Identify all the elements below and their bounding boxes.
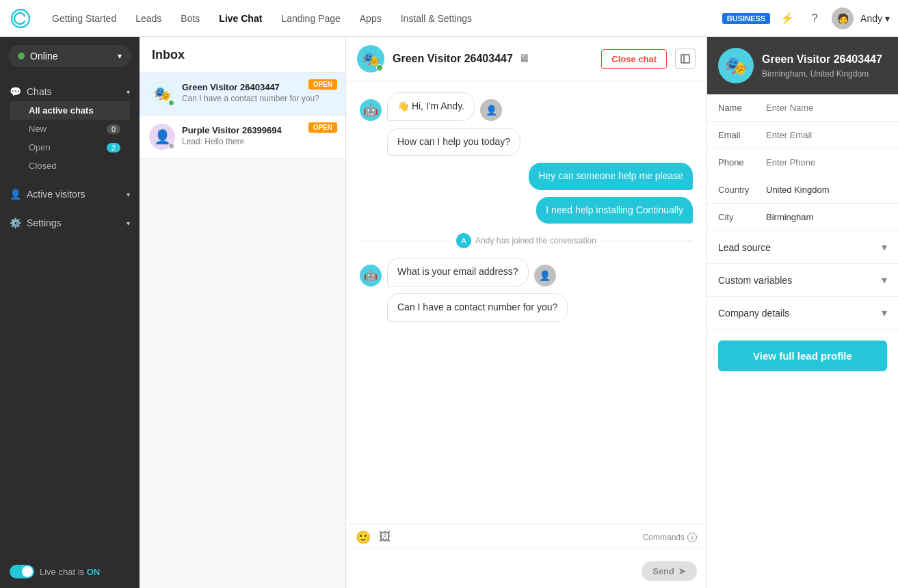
all-active-label: All active chats	[29, 105, 94, 116]
all-active-chats-item[interactable]: All active chats	[10, 101, 130, 120]
nav-bots[interactable]: Bots	[172, 9, 208, 28]
settings-header[interactable]: ⚙️ Settings ▾	[10, 213, 130, 232]
user-chevron-icon: ▾	[885, 13, 890, 24]
user-name[interactable]: Andy ▾	[860, 13, 890, 24]
email-input[interactable]	[766, 130, 887, 140]
nav-apps[interactable]: Apps	[352, 9, 390, 28]
phone-field-row: Phone	[707, 149, 898, 176]
monitor-icon: 🖥	[518, 53, 529, 65]
visitors-arrow-icon: ▾	[127, 191, 130, 198]
send-arrow-icon: ➤	[678, 566, 686, 576]
nav-new-item[interactable]: New 0	[10, 120, 130, 138]
settings-section: ⚙️ Settings ▾	[0, 206, 140, 235]
lead-fields: Name Email Phone Country United Kingdom …	[707, 94, 898, 231]
inbox-header: Inbox	[140, 37, 345, 72]
chat-avatar-1: 🎭	[149, 81, 175, 107]
chat-header: 🎭 Green Visitor 26403447 🖥 Close chat	[346, 37, 706, 81]
commands-info-icon: i	[687, 533, 697, 542]
active-visitors-header[interactable]: 👤 Active visitors ▾	[10, 185, 130, 204]
chat-preview-1: Can I have a contact number for you?	[182, 94, 336, 103]
custom-variables-chevron-icon: ▾	[882, 273, 887, 286]
image-icon[interactable]: 🖼	[379, 530, 391, 545]
input-icons: 🙂 🖼	[356, 530, 391, 545]
message-bubble-7: Can I have a contact number for you?	[387, 293, 568, 322]
nav-install-settings[interactable]: Install & Settings	[393, 9, 480, 28]
live-chat-on-value: ON	[87, 567, 101, 577]
online-chevron-icon: ▾	[118, 51, 122, 61]
main-layout: Online ▾ 💬 Chats ▾ All active chats New …	[0, 37, 898, 588]
message-row-3: Hey can someone help me please	[360, 163, 693, 190]
nav-links: Getting Started Leads Bots Live Chat Lan…	[44, 9, 722, 28]
inbox-title: Inbox	[152, 48, 185, 62]
nav-getting-started[interactable]: Getting Started	[44, 9, 124, 28]
andy-avatar-6: 👤	[534, 265, 556, 286]
settings-arrow-icon: ▾	[127, 219, 130, 227]
system-avatar: A	[456, 233, 471, 248]
lead-source-chevron-icon: ▾	[882, 241, 887, 254]
nav-landing-page[interactable]: Landing Page	[273, 9, 348, 28]
nav-open-item[interactable]: Open 2	[10, 138, 130, 157]
system-message-1: A Andy has joined the conversation	[360, 230, 693, 251]
close-chat-button[interactable]: Close chat	[601, 49, 667, 69]
input-field-row: Send ➤	[346, 548, 706, 588]
name-field: Name	[707, 94, 898, 122]
active-visitors-section: 👤 Active visitors ▾	[0, 178, 140, 206]
open-count: 2	[107, 143, 120, 152]
country-field-row: Country United Kingdom	[707, 176, 898, 204]
lead-source-section[interactable]: Lead source ▾	[707, 231, 898, 264]
lead-location: Birmingham, United Kingdom	[762, 69, 882, 79]
phone-input[interactable]	[766, 157, 887, 168]
open-label: Open	[29, 142, 51, 152]
name-input[interactable]	[766, 103, 887, 113]
sidebar: Online ▾ 💬 Chats ▾ All active chats New …	[0, 37, 140, 588]
nav-closed-item[interactable]: Closed	[10, 157, 130, 175]
chat-name-1: Green Visitor 26403447	[182, 82, 280, 92]
open-badge-2: OPEN	[308, 122, 337, 133]
chats-header[interactable]: 💬 Chats ▾	[10, 82, 130, 101]
nav-right: BUSINESS ⚡ ? 🧑 Andy ▾	[722, 8, 890, 29]
chat-item-2[interactable]: 👤 OPEN Purple Visitor 26399694 5 min Lea…	[140, 116, 345, 159]
nav-live-chat[interactable]: Live Chat	[211, 9, 270, 28]
logo[interactable]	[8, 6, 33, 31]
bot-avatar-6: 🤖	[360, 265, 382, 286]
svg-rect-1	[681, 55, 689, 63]
inbox-panel: Inbox 🎭 OPEN Green Visitor 26403447 Now	[140, 37, 346, 588]
send-button[interactable]: Send ➤	[642, 561, 697, 581]
commands-button[interactable]: Commands i	[643, 533, 697, 542]
company-details-label: Company details	[718, 308, 789, 319]
help-icon[interactable]: ?	[804, 8, 825, 29]
message-input[interactable]	[356, 554, 636, 581]
emoji-icon[interactable]: 🙂	[356, 530, 371, 545]
open-badge-1: OPEN	[308, 79, 337, 90]
chat-info-1: OPEN Green Visitor 26403447 Now Can I ha…	[182, 81, 336, 103]
send-label: Send	[652, 566, 674, 576]
message-bubble-6: What is your email address?	[387, 258, 529, 286]
nav-leads[interactable]: Leads	[127, 9, 170, 28]
new-count: 0	[107, 124, 120, 134]
company-details-section[interactable]: Company details ▾	[707, 297, 898, 330]
online-indicator-2	[168, 143, 174, 149]
lightning-icon[interactable]: ⚡	[777, 8, 797, 29]
top-nav: Getting Started Leads Bots Live Chat Lan…	[0, 0, 898, 37]
expand-button[interactable]	[675, 49, 696, 69]
closed-label: Closed	[29, 161, 56, 171]
chat-input-area: 🙂 🖼 Commands i Send ➤	[346, 524, 706, 588]
country-label: Country	[718, 185, 758, 195]
phone-label: Phone	[718, 157, 758, 168]
live-chat-toggle[interactable]	[10, 565, 34, 578]
view-full-lead-profile-button[interactable]: View full lead profile	[718, 340, 887, 371]
header-online-dot	[376, 64, 383, 71]
email-field-row: Email	[707, 122, 898, 149]
lead-avatar: 🎭	[718, 48, 754, 83]
person-icon: 👤	[10, 189, 21, 200]
custom-variables-section[interactable]: Custom variables ▾	[707, 264, 898, 297]
chat-item-1[interactable]: 🎭 OPEN Green Visitor 26403447 Now Can I …	[140, 72, 345, 116]
online-status-button[interactable]: Online ▾	[8, 45, 131, 67]
bot-avatar-7	[360, 300, 382, 322]
lead-name: Green Visitor 26403447	[762, 53, 882, 67]
andy-avatar-1: 👤	[480, 99, 502, 121]
chat-avatar-2: 👤	[149, 124, 175, 150]
user-avatar[interactable]: 🧑	[832, 8, 854, 29]
active-visitors-label: Active visitors	[27, 189, 85, 200]
custom-variables-label: Custom variables	[718, 275, 792, 286]
